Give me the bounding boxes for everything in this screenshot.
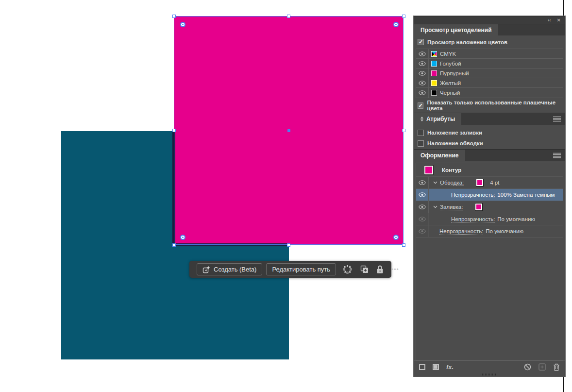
visibility-toggle[interactable] <box>416 78 429 87</box>
generate-button[interactable]: Создать (Beta) <box>197 263 262 275</box>
contextual-taskbar: Создать (Beta) Редактировать путь <box>189 261 391 278</box>
selection-handle[interactable] <box>287 243 290 247</box>
corner-radius-widget[interactable] <box>180 22 185 27</box>
fill-color-swatch[interactable] <box>475 204 482 210</box>
attributes-tabbar: Атрибуты <box>414 113 565 125</box>
cyan-swatch-icon <box>431 61 437 67</box>
generate-icon <box>202 266 210 273</box>
corner-radius-widget[interactable] <box>180 235 185 240</box>
panel-group-header: ‹‹ ✕ <box>414 17 565 24</box>
overprint-fill-label: Наложение заливки <box>427 130 482 136</box>
selection-handle[interactable] <box>402 243 405 247</box>
object-opacity-row[interactable]: Непрозрачность: По умолчанию <box>416 225 563 238</box>
add-effect-icon[interactable]: fx. <box>446 363 454 371</box>
visibility-toggle[interactable] <box>416 201 429 213</box>
selection-handle[interactable] <box>172 15 176 18</box>
overprint-fill-row: Наложение заливки <box>414 127 565 138</box>
overprint-stroke-checkbox[interactable] <box>418 140 424 147</box>
panels-dock: ‹‹ ✕ Просмотр цветоделений ✓ Просмотр на… <box>414 16 565 376</box>
visibility-toggle[interactable] <box>416 88 429 98</box>
separation-row-yellow[interactable]: Желтый <box>416 78 563 88</box>
fill-row[interactable]: Заливка: <box>416 201 563 213</box>
used-spot-colors-row: ✓ Показать только использованные плашечн… <box>414 98 565 113</box>
stroke-color-swatch[interactable] <box>476 179 483 186</box>
delete-item-icon[interactable] <box>553 363 560 371</box>
stroke-opacity-row[interactable]: Непрозрачность: 100% Замена темным <box>416 189 563 201</box>
selection-handle[interactable] <box>402 15 405 18</box>
tab-appearance[interactable]: Оформление <box>414 150 465 161</box>
selection-handle[interactable] <box>287 15 290 18</box>
attributes-content: Наложение заливки Наложение обводки <box>414 125 565 149</box>
visibility-toggle[interactable] <box>416 177 429 188</box>
separation-row-black[interactable]: Черный <box>416 88 563 98</box>
panel-resize-area <box>414 373 565 376</box>
appearance-tabbar: Оформление <box>414 149 565 161</box>
overprint-preview-row: ✓ Просмотр наложения цветов <box>414 35 565 49</box>
appearance-target-row[interactable]: Контур <box>416 163 563 177</box>
overprint-fill-checkbox[interactable] <box>418 130 424 136</box>
object-center-point[interactable] <box>287 129 290 132</box>
panel-collapse-icon[interactable] <box>421 117 423 121</box>
fill-opacity-row[interactable]: Непрозрачность: По умолчанию <box>416 213 563 225</box>
overprint-preview-checkbox[interactable]: ✓ <box>418 39 424 45</box>
selection-handle[interactable] <box>402 129 405 132</box>
duplicate-item-icon[interactable] <box>538 363 546 371</box>
cmyk-swatch-icon <box>431 51 437 57</box>
overprint-stroke-row: Наложение обводки <box>414 138 565 149</box>
visibility-toggle[interactable] <box>416 49 429 58</box>
selection-handle[interactable] <box>172 243 176 247</box>
panel-menu-icon[interactable] <box>553 117 561 122</box>
edit-path-button-label: Редактировать путь <box>272 266 330 273</box>
appearance-bottom-bar: fx. <box>414 360 565 373</box>
more-options-icon[interactable]: ••• <box>391 266 399 273</box>
chevron-down-icon[interactable] <box>433 205 437 208</box>
chevron-down-icon[interactable] <box>433 181 437 184</box>
panel-menu-icon[interactable] <box>553 153 561 158</box>
duplicate-icon[interactable] <box>360 265 369 274</box>
separation-row-cyan[interactable]: Голубой <box>416 59 563 68</box>
visibility-toggle[interactable] <box>416 189 429 201</box>
generate-button-label: Создать (Beta) <box>214 266 256 273</box>
corner-radius-widget[interactable] <box>393 22 399 27</box>
visibility-toggle[interactable] <box>416 225 429 237</box>
appearance-empty-area <box>416 238 563 360</box>
separation-row-cmyk[interactable]: CMYK <box>416 49 563 59</box>
visibility-toggle[interactable] <box>416 68 429 78</box>
corner-radius-widget[interactable] <box>393 235 399 240</box>
new-stroke-icon[interactable] <box>419 364 425 370</box>
tab-attributes[interactable]: Атрибуты <box>414 113 461 125</box>
used-spot-colors-checkbox[interactable]: ✓ <box>418 102 423 109</box>
radial-repeat-icon[interactable] <box>343 265 352 274</box>
magenta-swatch-icon <box>431 70 437 76</box>
overprint-preview-label: Просмотр наложения цветов <box>427 39 507 45</box>
separation-row-magenta[interactable]: Пурпурный <box>416 68 563 78</box>
yellow-swatch-icon <box>431 80 437 86</box>
stroke-row[interactable]: Обводка: 4 pt <box>416 177 563 189</box>
separations-list: CMYK Голубой Пурпурный Желтый Черный <box>416 49 563 98</box>
visibility-toggle[interactable] <box>416 59 429 68</box>
new-fill-icon[interactable] <box>433 364 439 370</box>
overprint-stroke-label: Наложение обводки <box>427 140 483 146</box>
black-swatch-icon <box>431 90 437 96</box>
appearance-content: Контур Обводка: 4 pt Непрозрачность: 100… <box>414 161 565 360</box>
used-spot-colors-label: Показать только использованные плашечные… <box>427 100 565 111</box>
lock-icon[interactable] <box>376 265 384 273</box>
panel-resize-gripper[interactable] <box>481 374 498 375</box>
visibility-toggle[interactable] <box>416 213 429 225</box>
tab-separations-preview[interactable]: Просмотр цветоделений <box>414 24 498 35</box>
path-thumbnail-swatch <box>424 166 433 174</box>
separations-tabbar: Просмотр цветоделений <box>414 24 565 35</box>
edit-path-button[interactable]: Редактировать путь <box>266 263 336 275</box>
collapse-to-icons-icon[interactable]: ‹‹ <box>548 18 551 23</box>
clear-appearance-icon[interactable] <box>524 363 531 371</box>
selection-handle[interactable] <box>172 129 176 132</box>
close-panel-icon[interactable]: ✕ <box>557 18 561 23</box>
